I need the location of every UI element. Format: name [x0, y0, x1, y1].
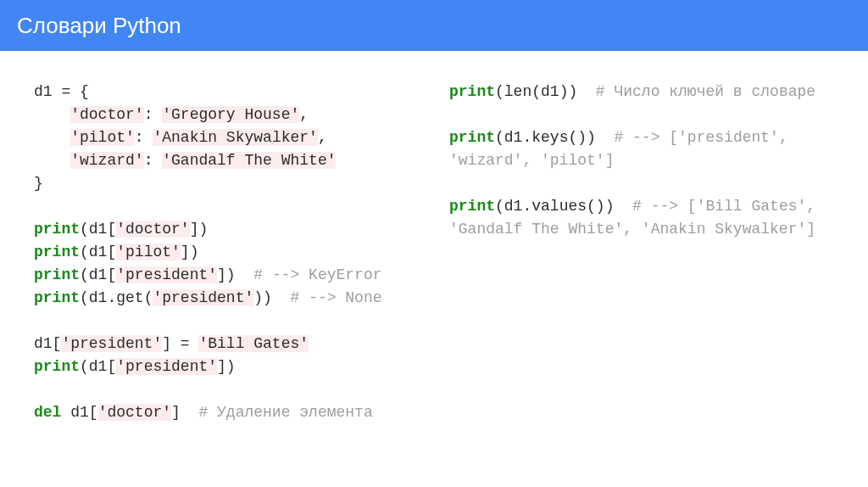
code-block-left: d1 = { 'doctor': 'Gregory House', 'pilot…: [34, 81, 407, 424]
slide-title: Словари Python: [17, 13, 181, 39]
slide-body: d1 = { 'doctor': 'Gregory House', 'pilot…: [0, 51, 868, 450]
code-column-left: d1 = { 'doctor': 'Gregory House', 'pilot…: [34, 81, 407, 424]
code-column-right: print(len(d1)) # Число ключей в словаре …: [449, 81, 843, 424]
slide-header: Словари Python: [0, 0, 868, 51]
code-block-right: print(len(d1)) # Число ключей в словаре …: [449, 81, 843, 241]
